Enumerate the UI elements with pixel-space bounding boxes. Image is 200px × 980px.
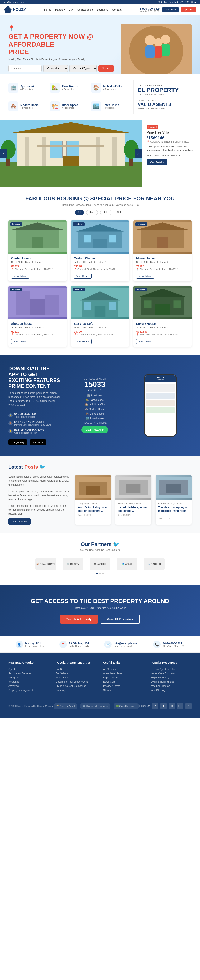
category-select[interactable]: Categories Apartment Farm House Villa — [43, 65, 68, 72]
listing-price-4: 62120 — [11, 330, 64, 333]
footer-awards: 🏆 Purchase Award 🏛️ Chamber of Commerce … — [54, 703, 139, 709]
footer-link-renovation[interactable]: Renovation Services — [8, 671, 50, 676]
footer-link-agents[interactable]: Agents — [8, 667, 50, 671]
dot-2 — [99, 573, 101, 574]
prop-type-modern[interactable]: 🏘️ Modern Home4 Properties — [8, 99, 46, 114]
view-all-posts-button[interactable]: View All Posts — [8, 519, 31, 525]
post-info-1: Dining room, Luxurious World's top livin… — [75, 500, 111, 519]
footer-link-weather[interactable]: Weather Updates — [151, 684, 192, 688]
view-details-6[interactable]: View Details — [136, 339, 154, 344]
footer-link-digital[interactable]: Digital Award — [103, 676, 144, 680]
footer-link-living[interactable]: Living & Career Counseling — [56, 684, 97, 688]
prop-type-office[interactable]: 🏗️ Office Space4 Properties — [50, 99, 88, 114]
post-sidebar-text-2: Fusce vulputate massa sit, placerat eros… — [8, 489, 71, 501]
google-play-button[interactable]: Google Play — [8, 439, 27, 445]
footer-link-community[interactable]: Help Community — [151, 676, 192, 680]
footer-col-links-list: Ad Choices Advertise with us Digital Awa… — [103, 667, 144, 692]
app-features-list: 🔒 CYBER SECUREDTrusted by the users 🏠 EA… — [8, 411, 60, 435]
listing-title-3: Manor House — [136, 256, 189, 260]
footer-link-advertise[interactable]: Advertise — [8, 684, 50, 688]
search-property-button[interactable]: Search A Property — [60, 614, 97, 624]
footer-link-directory[interactable]: Directory — [56, 688, 97, 692]
footer-col-market-heading: Real Estate Market — [8, 661, 50, 664]
footer-link-news[interactable]: News Corp — [103, 680, 144, 684]
location-input[interactable] — [8, 65, 42, 72]
nav-buy[interactable]: Buy — [69, 8, 73, 11]
app-stat-label: PROPERTY — [69, 389, 121, 392]
facebook-icon[interactable]: f — [152, 703, 158, 709]
footer-bottom: © 2020 Houzy. Designed by Design Manera.… — [8, 698, 192, 709]
slider-next-button[interactable]: › — [135, 150, 142, 158]
contract-select[interactable]: Contract Types Rent Sale — [69, 65, 97, 72]
featured-section: ‹ — [0, 120, 200, 187]
logo-text: HOUZY — [13, 8, 26, 12]
contact-bar: 👤 houzkypit11 In the House Place 📍 79 5t… — [0, 636, 200, 652]
partner-1: 🏠 REAL ESTATE — [35, 558, 56, 570]
listing-card: Featured Garden House Sq Ft: 1000 Beds: … — [8, 220, 67, 282]
view-details-button[interactable]: View Details — [146, 159, 167, 165]
view-details-2[interactable]: View Details — [74, 274, 92, 278]
view-details-4[interactable]: View Details — [11, 339, 29, 344]
linkedin-icon[interactable]: in — [169, 703, 175, 709]
footer-link-investment[interactable]: Investment — [56, 676, 97, 680]
nav-home[interactable]: Home — [44, 8, 52, 11]
nav-contact[interactable]: Contact — [112, 8, 122, 11]
featured-badge: Featured — [146, 126, 158, 129]
social-links: f t in G+ ⌂ — [152, 703, 192, 709]
view-properties-button[interactable]: View All Properties — [101, 614, 140, 624]
footer-link-insurance[interactable]: Insurance — [8, 680, 50, 684]
footer-link-offerings[interactable]: New Offerings — [151, 688, 192, 692]
filter-rent[interactable]: Rent — [86, 210, 98, 215]
app-theme-label: REAL ESTATE THEME — [69, 422, 121, 424]
updates-button[interactable]: Updates — [181, 7, 196, 12]
post-image-2 — [115, 475, 151, 500]
footer-link-sellers[interactable]: For Sellers — [56, 671, 97, 676]
filter-sale[interactable]: Sale — [100, 210, 112, 215]
googleplus-icon[interactable]: G+ — [177, 703, 183, 709]
rss-icon[interactable]: ⌂ — [186, 703, 192, 709]
get-app-button[interactable]: GET THE APP — [82, 426, 108, 433]
nav-shortcodes[interactable]: Shortcodes ▾ — [77, 8, 93, 11]
footer-link-buyers[interactable]: For Buyers — [56, 667, 97, 671]
listing-title-6: Luxury House — [136, 322, 189, 325]
prop-type-villa[interactable]: 🏠 Individual Villa4 Properties — [91, 80, 129, 95]
prop-type-townhouse[interactable]: 🏙️ Town House4 Properties — [91, 99, 129, 114]
listing-image-6: Featured — [133, 286, 192, 319]
view-details-1[interactable]: View Details — [11, 274, 29, 278]
nav-pages[interactable]: Pages ▾ — [55, 8, 65, 11]
listing-badge-5: Featured — [73, 288, 85, 291]
footer-link-advertise-us[interactable]: Advertise with us — [103, 671, 144, 676]
prop-type-apartment[interactable]: 🏢 Apartment4 Properties — [8, 80, 46, 95]
footer-link-ad-choices[interactable]: Ad Choices — [103, 667, 144, 671]
filter-sold[interactable]: Sold — [114, 210, 125, 215]
footer-link-home-value[interactable]: Home Value Estimator — [151, 671, 192, 676]
slider-prev-button[interactable]: ‹ — [0, 150, 7, 158]
partners-logos: 🏠 REAL ESTATE 🏢 REALTY ⬡ LATTICE 🗺️ ATLA… — [8, 558, 192, 570]
twitter-icon[interactable]: t — [161, 703, 167, 709]
footer-col-resources-list: Find an Agent or Office Home Value Estim… — [151, 667, 192, 692]
footer-link-blog[interactable]: Living & Renting Blog — [151, 680, 192, 684]
contact-item-2: 📍 79 5th Ave, USA In the House Lands — [59, 641, 90, 648]
partner-3: ⬡ LATTICE — [90, 558, 110, 570]
listing-badge-1: Featured — [10, 222, 22, 226]
footer-link-sitemap[interactable]: Sitemap — [103, 688, 144, 692]
nav-locations[interactable]: Locations — [97, 8, 109, 11]
search-button[interactable]: Search — [98, 65, 114, 72]
view-details-3[interactable]: View Details — [136, 274, 154, 278]
filter-all[interactable]: All — [75, 210, 84, 215]
prop-type-farmhouse[interactable]: 🏡 Farm House4 Properties — [50, 80, 88, 95]
footer-link-privacy[interactable]: Privacy / Terms — [103, 684, 144, 688]
listing-info-3: Manor House Sq Ft: 4200 Beds: 3 Baths: 2… — [133, 254, 192, 282]
view-details-5[interactable]: View Details — [74, 339, 92, 344]
topbar-address: 79 95 Ave, New York, NY 10021, USA — [157, 1, 196, 3]
hero-search-form: Categories Apartment Farm House Villa Co… — [8, 65, 121, 72]
join-button[interactable]: Join Now — [162, 7, 178, 12]
footer-link-property-mgmt[interactable]: Property Management — [8, 688, 50, 692]
footer-link-mortgage[interactable]: Mortgage — [8, 676, 50, 680]
svg-rect-40 — [16, 291, 30, 315]
app-feature-security: 🔒 CYBER SECUREDTrusted by the users — [8, 411, 60, 419]
footer-link-find-agent[interactable]: Find an Agent or Office — [151, 667, 192, 671]
footer-link-become-agent[interactable]: Become a Real Estate Agent — [56, 680, 97, 684]
footer-col-links: Useful Links Ad Choices Advertise with u… — [103, 661, 144, 692]
app-store-button[interactable]: App Store — [30, 439, 46, 445]
